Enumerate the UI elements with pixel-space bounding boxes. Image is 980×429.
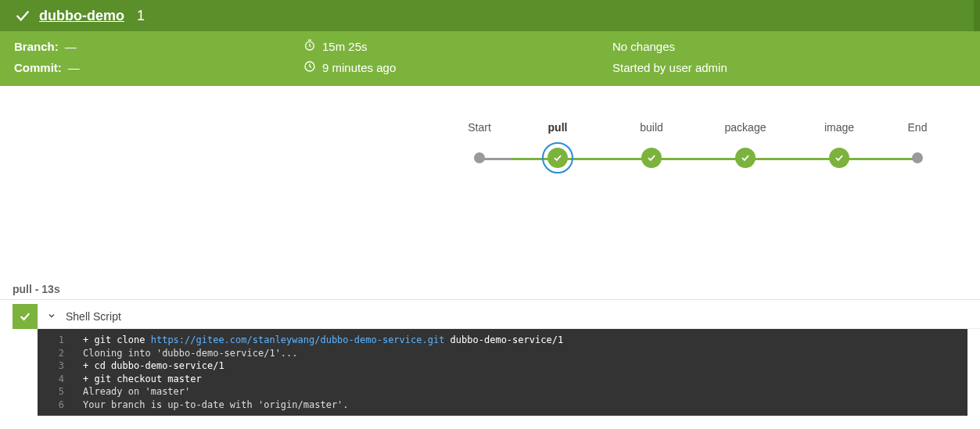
log-line-number: 6	[38, 399, 64, 412]
run-header: dubbo-demo 1	[0, 0, 980, 31]
branch-info: Branch: —	[14, 39, 303, 54]
pipeline-graph-container: StartpullbuildpackageimageEnd	[0, 86, 980, 171]
success-node-icon[interactable]	[829, 148, 849, 168]
log-line-number: 2	[38, 347, 64, 360]
log-line: Already on 'master'	[83, 385, 967, 399]
stage-detail-title: pull - 13s	[13, 283, 60, 295]
started-by-info: Started by user admin	[612, 60, 966, 75]
clock-icon	[303, 60, 316, 75]
terminal-node-icon	[912, 152, 923, 163]
log-segment: dubbo-demo-service/1	[444, 334, 563, 345]
log-segment: + cd dubbo-demo-service/1	[83, 360, 224, 371]
branch-label: Branch:	[14, 40, 59, 53]
stage-node-wrap	[605, 145, 698, 171]
stage-node-wrap	[886, 145, 949, 171]
log-line-number: 5	[38, 385, 64, 399]
stage-pull[interactable]: pull	[511, 121, 605, 171]
commit-value: —	[68, 61, 80, 74]
duration-info: 15m 25s	[303, 39, 612, 54]
stopwatch-icon	[303, 39, 316, 54]
changes-info: No changes	[612, 39, 966, 54]
log-line-number: 4	[38, 373, 64, 386]
step-name-label: Shell Script	[66, 310, 121, 323]
stage-label: End	[908, 121, 928, 137]
log-segment: Cloning into 'dubbo-demo-service/1'...	[83, 348, 298, 359]
pipeline-graph: StartpullbuildpackageimageEnd	[448, 121, 949, 171]
log-line: + git clone https://gitee.com/stanleywan…	[83, 334, 967, 347]
stage-label: Start	[468, 121, 491, 137]
stage-end: End	[886, 121, 949, 171]
success-node-icon[interactable]	[735, 148, 756, 168]
log-body: + git clone https://gitee.com/stanleywan…	[38, 329, 967, 416]
stage-node-wrap	[792, 145, 886, 171]
log-segment: + git checkout master	[83, 374, 202, 384]
log-segment: https://gitee.com/stanleywang/dubbo-demo…	[151, 334, 445, 345]
stage-package[interactable]: package	[698, 121, 792, 171]
log-segment: Already on 'master'	[83, 386, 190, 397]
run-info-bar: Branch: — 15m 25s No changes Commit: — 9…	[0, 31, 980, 86]
stage-label: image	[824, 121, 854, 137]
step-status-success-icon	[13, 304, 38, 329]
stage-node-wrap	[698, 145, 792, 171]
commit-info: Commit: —	[14, 60, 303, 75]
terminal-node-icon	[474, 152, 485, 163]
console-log[interactable]: 123456 + git clone https://gitee.com/sta…	[38, 329, 967, 416]
divider	[0, 299, 980, 300]
stage-build[interactable]: build	[605, 121, 698, 171]
log-line: + git checkout master	[83, 373, 967, 386]
log-segment: Your branch is up-to-date with 'origin/m…	[83, 399, 349, 410]
success-check-icon	[14, 7, 31, 24]
stage-label: package	[725, 121, 766, 137]
stage-image[interactable]: image	[792, 121, 886, 171]
stage-label: build	[640, 121, 663, 137]
log-segment: + git clone	[83, 334, 151, 345]
step-row-shell-script[interactable]: Shell Script	[13, 304, 980, 329]
commit-label: Commit:	[14, 61, 62, 74]
time-info: 9 minutes ago	[303, 60, 612, 75]
header-action-edge[interactable]	[974, 0, 980, 31]
duration-value: 15m 25s	[322, 40, 368, 53]
run-number: 1	[137, 8, 145, 24]
chevron-down-icon	[47, 309, 56, 324]
pipeline-title-link[interactable]: dubbo-demo	[39, 8, 124, 24]
log-gutter: 123456	[38, 329, 70, 416]
changes-value: No changes	[612, 40, 675, 53]
stage-label: pull	[548, 121, 568, 137]
started-by-value: Started by user admin	[612, 61, 727, 74]
time-value: 9 minutes ago	[322, 61, 396, 74]
success-node-icon[interactable]	[641, 148, 662, 168]
log-line: Cloning into 'dubbo-demo-service/1'...	[83, 347, 967, 360]
stage-node-wrap	[448, 145, 511, 171]
stage-start: Start	[448, 121, 511, 171]
log-line-number: 3	[38, 359, 64, 373]
log-line-number: 1	[38, 334, 64, 347]
success-node-icon[interactable]	[547, 148, 568, 168]
branch-value: —	[65, 40, 77, 53]
log-line: + cd dubbo-demo-service/1	[83, 359, 967, 373]
log-line: Your branch is up-to-date with 'origin/m…	[83, 399, 967, 412]
stage-node-wrap	[511, 145, 605, 171]
